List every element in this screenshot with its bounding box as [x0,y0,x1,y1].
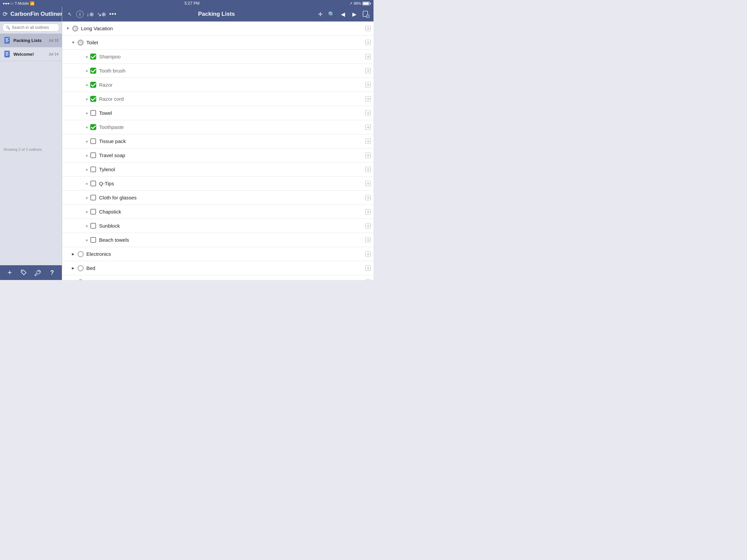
refresh-button[interactable]: ⟳ [3,10,8,18]
checked-icon[interactable] [90,53,97,60]
next-button[interactable]: ▶ [349,9,359,19]
toggle-long-vacation[interactable]: ▼ [65,26,71,31]
add-child-row-button[interactable] [364,67,372,75]
toggle-travel-soap[interactable] [80,153,86,158]
search-box[interactable]: 🔍 [3,24,59,31]
outline-row-razor[interactable]: ◆ Razor [62,78,374,92]
toggle-electronics[interactable]: ▶ [70,251,76,257]
add-child-row-button[interactable] [364,25,372,32]
outline-item-welcome[interactable]: Welcome! Jul 14 [0,47,62,61]
add-child-row-button[interactable] [364,250,372,258]
toggle-razor-cord[interactable] [80,96,86,102]
info-button[interactable]: i [76,10,84,18]
outline-row-tissue-pack[interactable]: ◆ Tissue pack [62,134,374,149]
add-child-row-button[interactable] [364,208,372,216]
outline-title: Packing Lists [119,11,314,18]
search-button[interactable]: 🔍 [327,9,337,19]
toggle-tissue-pack[interactable] [80,138,86,144]
outline-row-towel[interactable]: ◆ Towel [62,106,374,120]
search-input[interactable] [12,25,56,30]
unchecked-icon[interactable] [90,209,97,215]
toggle-chapstick[interactable] [80,209,86,215]
unchecked-icon[interactable] [90,110,97,116]
add-child-row-button[interactable] [364,95,372,103]
outline-row-toothbrush[interactable]: ◆ Tooth brush [62,64,374,78]
toggle-toothpaste[interactable] [80,124,86,130]
outline-row-long-vacation[interactable]: ▼ Long Vacation [62,22,374,35]
outline-row-shampoo[interactable]: ◆ Shampoo [62,50,374,64]
add-child-row-button[interactable] [364,180,372,188]
add-child-row-button[interactable] [364,222,372,230]
packing-list-icon [3,36,11,44]
outdent-button[interactable]: ↖ [65,9,75,19]
tag-button[interactable] [18,267,30,279]
add-child-row-button[interactable] [364,109,372,117]
checked-icon[interactable] [90,68,97,74]
add-sibling-button[interactable]: ↘⊕ [96,9,106,19]
svg-rect-54 [91,167,96,172]
outline-row-travel-soap[interactable]: ◆ Travel soap [62,149,374,162]
checked-icon[interactable] [90,82,97,88]
outline-row-bed[interactable]: ▶Bed [62,261,374,275]
outline-row-cloth-glasses[interactable]: ◆ Cloth for glasses [62,191,374,205]
diamond-icon: ◆ [86,210,88,214]
add-child-row-button[interactable] [364,278,372,280]
checked-icon[interactable] [90,96,97,102]
toggle-beach-towels[interactable] [80,237,86,243]
add-child-row-button[interactable] [364,152,372,159]
add-child-row-button[interactable] [364,165,372,174]
add-child-row-button[interactable] [364,123,372,131]
add-child-row-button[interactable] [364,38,372,47]
add-child-button[interactable]: ↓⊕ [85,9,95,19]
outline-row-chapstick[interactable]: ◆ Chapstick [62,205,374,219]
outline-row-toilet[interactable]: ▼ Toilet [62,35,374,50]
unchecked-icon[interactable] [90,194,97,201]
outline-row-sunblock[interactable]: ◆ Sunblock [62,219,374,233]
outline-row-beach-towels[interactable]: ◆ Beach towels [62,233,374,247]
toggle-cloth-glasses[interactable] [80,195,86,201]
outline-row-electronics[interactable]: ▶Electronics [62,247,374,261]
outline-item-packing[interactable]: Packing Lists Jul 18 [0,33,62,47]
svg-text:i: i [368,16,368,18]
toggle-toilet[interactable]: ▼ [70,39,76,46]
prev-button[interactable]: ◀ [338,9,348,19]
toggle-razor[interactable] [80,82,86,88]
add-child-row-button[interactable] [364,137,372,145]
main-pane: ↖ i ↓⊕ ↘⊕ ••• Packing Lists ✛ 🔍 ◀ ▶ i ▼ … [62,7,374,280]
unchecked-icon[interactable] [90,180,97,187]
unchecked-icon[interactable] [90,152,97,159]
welcome-icon [3,50,11,58]
unchecked-icon[interactable] [90,222,97,229]
toggle-tylenol[interactable] [80,166,86,172]
unchecked-icon[interactable] [90,166,97,173]
add-child-row-button[interactable] [364,194,372,202]
unchecked-icon[interactable] [90,237,97,243]
add-child-row-button[interactable] [364,81,372,89]
outline-row-razor-cord[interactable]: ◆ Razor cord [62,92,374,106]
checked-icon[interactable] [90,124,97,131]
toggle-bed[interactable]: ▶ [70,265,76,271]
outline-row-qtips[interactable]: ◆ Q-Tips [62,177,374,191]
add-outline-button[interactable]: + [4,267,16,279]
outline-row-toothpaste[interactable]: ◆ Toothpaste [62,120,374,134]
outline-row-tylenol[interactable]: ◆ Tylenol [62,162,374,177]
toggle-shampoo[interactable] [80,54,86,60]
move-button[interactable]: ✛ [315,9,325,19]
toggle-qtips[interactable] [80,181,86,187]
unchecked-icon[interactable] [90,138,97,145]
outline-row-clothes[interactable]: ▶Clothes [62,275,374,280]
more-button[interactable]: ••• [108,9,118,19]
diamond-icon: ◆ [86,182,88,185]
clock-icon [72,26,78,31]
toggle-toothbrush[interactable] [80,68,86,74]
toggle-towel[interactable] [80,110,86,116]
settings-button[interactable] [32,267,44,279]
help-button[interactable]: ? [46,267,58,279]
toggle-clothes[interactable]: ▶ [70,279,76,280]
add-child-row-button[interactable] [364,236,372,244]
add-child-row-button[interactable] [364,53,372,61]
outline-content: ▼ Long Vacation ▼ Toilet ◆ Shampoo ◆ Too… [62,22,374,280]
doc-info-button[interactable]: i [361,9,371,19]
toggle-sunblock[interactable] [80,223,86,229]
add-child-row-button[interactable] [364,264,372,272]
